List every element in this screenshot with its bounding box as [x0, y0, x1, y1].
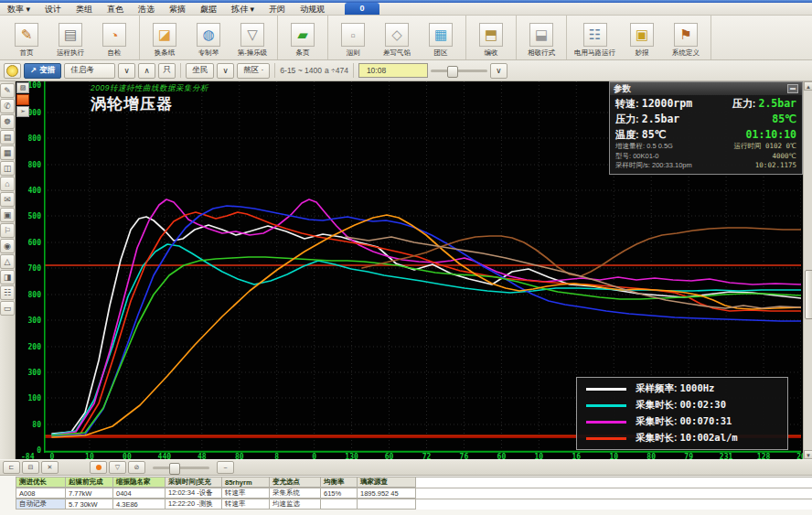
home-icon[interactable]: ⌂ — [0, 177, 15, 191]
printer-run-button[interactable]: ☷电用马路运行 — [570, 16, 620, 59]
menu-item-4[interactable]: 浩选 — [131, 4, 162, 15]
menu-item-6[interactable]: 觑据 — [193, 4, 224, 15]
table-cell[interactable]: 615% — [321, 488, 358, 499]
table-header-0[interactable]: 测进优长 — [16, 477, 66, 488]
table-cell[interactable]: 转速率 — [222, 488, 270, 499]
menu-item-9[interactable]: 动规观 — [293, 4, 332, 15]
vertical-scrollbar[interactable]: ▲ ▼ — [803, 81, 812, 459]
mini-button-3[interactable]: 只 — [158, 63, 176, 79]
table-cell[interactable]: 0404 — [113, 488, 166, 499]
home-button[interactable]: ✎首页 — [5, 16, 48, 59]
ctrl-slider[interactable] — [153, 467, 209, 469]
combo-1[interactable]: 佳启考 — [64, 63, 115, 79]
menu-item-8[interactable]: 开闵 — [262, 4, 293, 15]
format-button[interactable]: ⬓相敬行式 — [519, 16, 563, 59]
run-window-button[interactable]: ▤运程执行 — [48, 16, 92, 59]
zoom-slider[interactable] — [431, 70, 487, 72]
edit-receive-button[interactable]: ⬒编收 — [469, 16, 513, 59]
split-icon[interactable]: ◨ — [0, 270, 15, 284]
table-cell[interactable]: 4.3E86 — [113, 499, 166, 510]
table-header-4[interactable]: 85rhyrm — [222, 477, 270, 488]
menu-tab-badge[interactable]: 0 — [345, 3, 379, 15]
cursor-button[interactable]: ➣ — [16, 106, 29, 117]
scrollbar-thumb[interactable] — [805, 270, 812, 319]
table-cell[interactable]: 12:22:20 -测换 — [166, 499, 222, 510]
menu-item-7[interactable]: 拣仹 ▾ — [224, 4, 262, 15]
combo-2-drop[interactable]: ∨ — [217, 63, 234, 79]
report-button[interactable]: ▣妙报 — [620, 16, 664, 59]
measure-button[interactable]: ▫泅则 — [331, 16, 375, 59]
menu-item-5[interactable]: 紫摘 — [162, 4, 193, 15]
scroll-down-icon[interactable]: ▼ — [804, 450, 812, 459]
table-header-5[interactable]: 变尤选点 — [270, 477, 321, 488]
combo-3[interactable]: 熬区 · — [237, 63, 270, 79]
param-right: 85℃ — [772, 111, 796, 126]
lightbulb-icon — [6, 65, 18, 77]
table-header-3[interactable]: 采驯时间|笑充 — [166, 477, 222, 488]
table-cell[interactable]: 5.7 30kW — [66, 499, 113, 510]
paper-button[interactable]: ◪换条纸 — [143, 16, 187, 59]
ctrl-button-1[interactable]: ⊟ — [22, 461, 39, 474]
rect-icon[interactable]: ▭ — [0, 301, 15, 316]
table-cell[interactable]: 采集系统 — [270, 488, 321, 499]
table-cell[interactable]: 7.77kW — [66, 488, 113, 499]
system-config-button[interactable]: ⚑系统定义 — [664, 16, 708, 59]
table-cell[interactable]: 转速率 — [222, 499, 270, 510]
box-icon[interactable]: ▣ — [0, 208, 15, 222]
table-header-1[interactable]: 起辗前完成 — [66, 477, 113, 488]
flag-icon[interactable]: ⚐ — [0, 223, 15, 238]
ctrl-slider-thumb[interactable] — [169, 463, 180, 475]
lens-button[interactable]: ◍专制琴 — [187, 16, 230, 59]
table-header-2[interactable]: 缩振隐名家 — [113, 477, 166, 488]
funnel-button[interactable]: ▽第-操乐级 — [230, 16, 274, 59]
table-cell[interactable]: 自动记录 — [16, 499, 66, 510]
hint-button[interactable] — [4, 63, 21, 79]
window-icon[interactable]: ◫ — [0, 161, 15, 176]
triangle-icon[interactable]: △ — [0, 254, 15, 269]
layout-grid-button[interactable]: ▦团区 — [419, 16, 463, 59]
drop-last[interactable]: ∨ — [490, 63, 508, 79]
table-cell[interactable]: 均速监选 — [270, 499, 321, 510]
table-cell[interactable] — [321, 499, 358, 510]
wheel-icon[interactable]: ☸ — [0, 114, 15, 129]
marker-button[interactable] — [16, 94, 29, 105]
ctrl-mid-button-1[interactable]: ⊘ — [128, 461, 145, 474]
slider-thumb[interactable] — [447, 66, 458, 78]
scroll-up-icon[interactable]: ▲ — [804, 81, 812, 91]
time-field[interactable]: 10:08 — [358, 63, 428, 78]
phone-icon[interactable]: ✆ — [0, 99, 15, 113]
menu-item-1[interactable]: 设计 — [37, 4, 69, 15]
toolbar-button-label: 泅则 — [347, 48, 360, 57]
menu-item-3[interactable]: 直色 — [100, 4, 131, 15]
pen-icon[interactable]: ✎ — [0, 83, 15, 98]
chart-page-button[interactable]: ▰条页 — [281, 16, 325, 59]
x-tick-label: 10 — [535, 453, 544, 461]
mini-button-2[interactable]: ∧ — [138, 63, 155, 79]
ctrl-drop-button[interactable]: ~ — [217, 461, 234, 474]
grid-icon[interactable]: ▦ — [0, 145, 15, 160]
range-label: 6-15 ~ 1400 — [280, 66, 322, 75]
ctrl-button-0[interactable]: ⊏ — [3, 461, 20, 474]
table-header-6[interactable]: 均衡率 — [321, 477, 358, 488]
active-view-button[interactable]: ↗变措 — [24, 63, 61, 79]
mini-button-1[interactable]: ∨ — [118, 63, 135, 79]
table-header-7[interactable]: 璃家源查 — [358, 477, 416, 488]
record-icon[interactable]: ◉ — [0, 239, 15, 253]
menu-item-0[interactable]: 数率 ▾ — [0, 4, 37, 15]
rows-icon[interactable]: ☷ — [0, 285, 15, 300]
ctrl-button-2[interactable]: ✕ — [41, 461, 59, 474]
panel-icon[interactable]: ▤ — [0, 130, 15, 145]
ctrl-mid-button-0[interactable]: ▽ — [109, 461, 126, 474]
diamond-button[interactable]: ◇差写气馅 — [375, 16, 419, 59]
table-cell[interactable]: A008 — [16, 488, 66, 499]
pan-button[interactable]: ▨ — [16, 82, 29, 93]
menu-item-2[interactable]: 类组 — [69, 4, 100, 15]
table-cell[interactable]: 12:02:34 -设备 — [166, 488, 222, 499]
minimize-icon[interactable]: ▬ — [787, 84, 798, 93]
combo-2[interactable]: 坐民 — [186, 63, 214, 79]
self-check-button[interactable]: ◔自检 — [92, 16, 136, 59]
record-dot-button[interactable] — [90, 461, 107, 474]
mail-icon[interactable]: ✉ — [0, 192, 15, 207]
table-cell[interactable] — [358, 499, 416, 510]
table-cell[interactable]: 1895.952 45 — [358, 488, 416, 499]
